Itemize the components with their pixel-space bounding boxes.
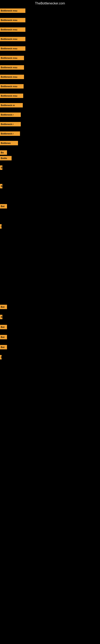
bottleneck-bar: I <box>0 224 1 228</box>
bottleneck-bar: Bo <box>0 150 7 155</box>
bottleneck-bar: Bot <box>0 335 7 339</box>
bottleneck-bar: B <box>0 355 1 360</box>
bottleneck-bar: B <box>0 184 2 188</box>
bottleneck-bar: Bottleneck r <box>0 132 20 136</box>
bottleneck-bar: Bot <box>0 325 7 329</box>
bottleneck-bar: Bottleneck resu <box>0 37 25 41</box>
site-title: TheBottlenecker.com <box>0 0 100 7</box>
bottleneck-bar: Bottleneck r <box>0 112 21 117</box>
bottleneck-bar: Bottle <box>0 156 12 160</box>
bottleneck-bar: Bottleneck resu <box>0 46 25 51</box>
bottleneck-bar: Bottleneck resu <box>0 18 25 22</box>
bottleneck-bar: B <box>0 166 2 170</box>
bottleneck-bar: Bottleneck resu <box>0 27 25 32</box>
bottleneck-bar: Bottleneck resu <box>0 65 24 70</box>
bottleneck-bar: Bot <box>0 345 7 349</box>
bottleneck-bar: Bottleneck r <box>0 122 21 126</box>
bottleneck-bar: Bot <box>0 305 7 309</box>
bottleneck-bar: Bot <box>0 204 7 208</box>
bottleneck-bar: Bottleneck resu <box>0 8 25 13</box>
bottleneck-bar: Bottleneck re <box>0 103 23 108</box>
bottleneck-bar: Bottleneck resu <box>0 84 24 88</box>
bottleneck-bar: Bottleneck resu <box>0 56 24 60</box>
bottleneck-bar: Bottlenec <box>0 141 18 145</box>
bottleneck-bar: Bottleneck resu <box>0 94 23 98</box>
bottleneck-bar: Bottleneck resu <box>0 75 24 79</box>
bottleneck-bar: B <box>0 315 2 319</box>
